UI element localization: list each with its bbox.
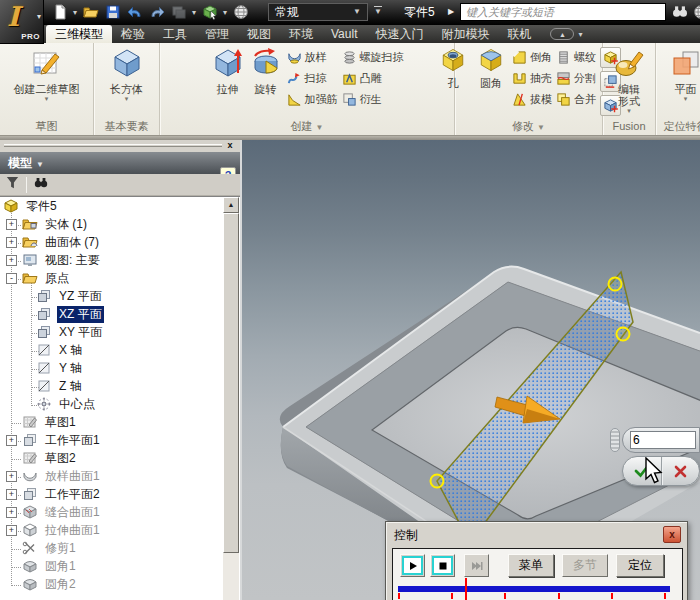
平面-button[interactable]: 平面▾ [667, 44, 700, 120]
web-icon[interactable] [693, 4, 700, 20]
filter-icon[interactable] [5, 175, 20, 194]
tab-管理[interactable]: 管理 [196, 25, 238, 43]
dropdown-caret-icon[interactable]: ▾ [191, 8, 197, 17]
panel-label-基本要素[interactable]: 基本要素 [94, 120, 159, 135]
expand-icon[interactable]: + [6, 489, 17, 500]
tree-item-XY 平面[interactable]: XY 平面 [0, 323, 240, 341]
tree-item-草图2[interactable]: 草图2 [0, 449, 240, 467]
tree-item-YZ 平面[interactable]: YZ 平面 [0, 287, 240, 305]
tree-item-曲面体 (7)[interactable]: +曲面体 (7) [0, 233, 240, 251]
tree-item-工作平面1[interactable]: +工作平面1 [0, 431, 240, 449]
tree-item-实体 (1)[interactable]: +实体 (1) [0, 215, 240, 233]
expand-icon[interactable]: + [6, 525, 17, 536]
panel-label-修改[interactable]: 修改 ▼ [455, 120, 602, 135]
tab-检验[interactable]: 检验 [112, 25, 154, 43]
tree-item-中心点[interactable]: 中心点 [0, 395, 240, 413]
分割-button[interactable]: 分割 [556, 70, 596, 86]
collapse-icon[interactable]: - [6, 273, 17, 284]
redo-button[interactable] [147, 3, 166, 22]
skip-button[interactable] [464, 554, 489, 577]
new-document-button[interactable] [50, 3, 69, 22]
panel-label-草图[interactable]: 草图 [0, 120, 93, 135]
expand-icon[interactable]: + [6, 435, 17, 446]
拔模-button[interactable]: 拔模 [512, 91, 552, 107]
加强筋-button[interactable]: 加强筋 [287, 91, 338, 107]
tree-item-放样曲面1[interactable]: +放样曲面1 [0, 467, 240, 485]
tree-scrollbar[interactable]: ▲ [223, 197, 239, 600]
放样-button[interactable]: 放样 [287, 49, 338, 65]
qat-customize-caret[interactable]: ▼ [374, 6, 382, 17]
螺旋扫掠-button[interactable]: 螺旋扫掠 [342, 49, 404, 65]
tab-视图[interactable]: 视图 [238, 25, 280, 43]
insert-image-button[interactable] [169, 3, 188, 22]
螺纹-button[interactable]: 螺纹 [556, 49, 596, 65]
tree-item-原点[interactable]: -原点 [0, 269, 240, 287]
mini-toolbar-grip[interactable] [610, 428, 620, 452]
凸雕-button[interactable]: 凸雕 [342, 70, 404, 86]
tree-item-圆角1[interactable]: 圆角1 [0, 557, 240, 575]
expand-icon[interactable]: + [6, 507, 17, 518]
tab-工具[interactable]: 工具 [154, 25, 196, 43]
tree-item-圆角2[interactable]: 圆角2 [0, 575, 240, 593]
browser-header[interactable]: 模型▼ ? [0, 152, 240, 174]
multi-section-button[interactable]: 多节 [562, 554, 608, 577]
search-help-icon[interactable] [671, 3, 690, 22]
collapse-ribbon-icon[interactable]: ▲ [550, 28, 574, 40]
tab-Vault[interactable]: Vault [322, 25, 366, 43]
chevron-down-icon[interactable]: ▾ [578, 30, 582, 39]
tree-item-视图: 主要[interactable]: +视图: 主要 [0, 251, 240, 269]
tree-item-Z 轴[interactable]: Z 轴 [0, 377, 240, 395]
合并-button[interactable]: 合并 [556, 91, 596, 107]
grip-handle[interactable] [609, 278, 622, 291]
expand-icon[interactable]: + [6, 219, 17, 230]
tree-item-XZ 平面[interactable]: XZ 平面 [0, 305, 240, 323]
search-input[interactable] [460, 3, 666, 21]
find-icon[interactable] [33, 175, 49, 195]
tree-item-零件5[interactable]: 零件5 [0, 197, 240, 215]
tree-item-工作平面2[interactable]: +工作平面2 [0, 485, 240, 503]
tab-联机[interactable]: 联机 [498, 25, 540, 43]
close-icon[interactable]: x [224, 140, 236, 151]
tree-item-草图1[interactable]: 草图1 [0, 413, 240, 431]
创建二维草图-button[interactable]: 创建二维草图▾ [11, 44, 83, 120]
expand-icon[interactable]: + [6, 237, 17, 248]
tree-item-X 轴[interactable]: X 轴 [0, 341, 240, 359]
grip-handle[interactable] [431, 475, 444, 488]
style-combo[interactable]: 常规 ▼ [268, 3, 368, 21]
圆角-button[interactable]: 圆角 [472, 44, 510, 120]
slider-cursor[interactable] [465, 578, 467, 600]
close-icon[interactable]: x [663, 526, 681, 543]
长方体-button[interactable]: 长方体▾ [107, 44, 146, 120]
expand-icon[interactable]: + [6, 255, 17, 266]
拉伸-button[interactable]: 拉伸 [209, 44, 247, 120]
save-button[interactable] [103, 3, 122, 22]
tree-item-拉伸曲面1[interactable]: +拉伸曲面1 [0, 521, 240, 539]
material-cube-button[interactable] [200, 3, 219, 22]
编辑形式-button[interactable]: 编辑形式 ▾ [610, 44, 648, 120]
tab-快速入门[interactable]: 快速入门 [366, 25, 432, 43]
tab-环境[interactable]: 环境 [280, 25, 322, 43]
倒角-button[interactable]: 倒角 [512, 49, 552, 65]
scroll-up-icon[interactable]: ▲ [223, 197, 239, 213]
open-folder-button[interactable] [81, 3, 100, 22]
stop-button[interactable] [430, 554, 455, 577]
tree-item-修剪1[interactable]: 修剪1 [0, 539, 240, 557]
menu-button[interactable]: 菜单 [508, 554, 554, 577]
position-button[interactable]: 定位 [616, 554, 664, 577]
distance-input[interactable] [630, 431, 696, 449]
衍生-button[interactable]: 衍生 [342, 91, 404, 107]
undo-button[interactable] [125, 3, 144, 22]
app-logo[interactable]: I ▾ PRO [0, 0, 44, 44]
tab-三维模型[interactable]: 三维模型 [46, 25, 112, 43]
dropdown-caret-icon[interactable]: ▾ [222, 8, 228, 17]
tab-附加模块[interactable]: 附加模块 [432, 25, 498, 43]
browser-grip[interactable]: x [0, 140, 240, 152]
tree-item-缝合曲面1[interactable]: +缝合曲面1 [0, 503, 240, 521]
web-sphere-button[interactable] [231, 3, 250, 22]
扫掠-button[interactable]: 扫掠 [287, 70, 338, 86]
ribbon-collapse-control[interactable]: ▲▾ [550, 25, 582, 43]
tree-item-Y 轴[interactable]: Y 轴 [0, 359, 240, 377]
孔-button[interactable]: 孔 [434, 44, 472, 120]
旋转-button[interactable]: 旋转 [247, 44, 285, 120]
panel-label-Fusion[interactable]: Fusion [603, 120, 655, 135]
